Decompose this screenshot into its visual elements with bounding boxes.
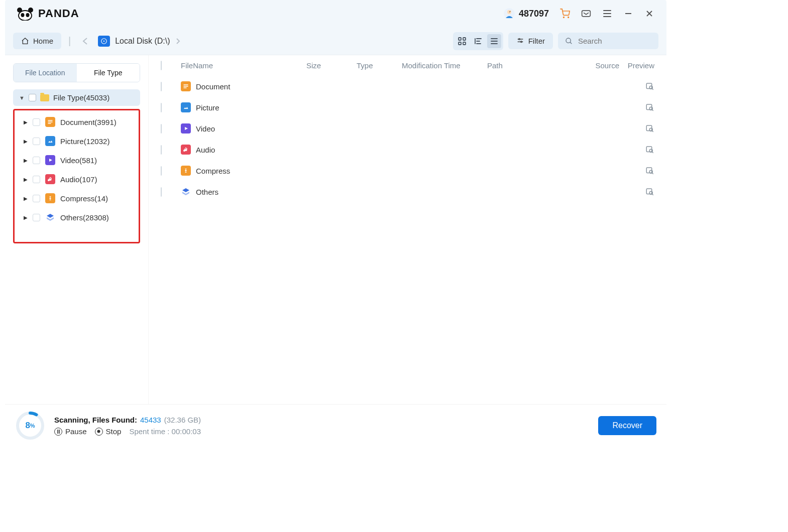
table-row[interactable]: Audio bbox=[149, 139, 666, 160]
svg-marker-50 bbox=[185, 127, 188, 130]
svg-line-59 bbox=[652, 173, 653, 174]
svg-line-34 bbox=[570, 42, 572, 44]
row-label: Video bbox=[196, 124, 215, 133]
found-size: (32.36 GB) bbox=[164, 416, 201, 424]
search-icon bbox=[565, 37, 573, 45]
checkbox[interactable] bbox=[29, 94, 36, 101]
chevron-right-icon: ▶ bbox=[24, 215, 28, 220]
table-row[interactable]: Compress bbox=[149, 160, 666, 181]
chevron-right-icon: ▶ bbox=[24, 158, 28, 163]
checkbox[interactable] bbox=[161, 166, 162, 176]
svg-line-64 bbox=[652, 194, 653, 195]
home-button[interactable]: Home bbox=[13, 33, 61, 49]
row-label: Audio bbox=[196, 146, 215, 154]
checkbox[interactable] bbox=[33, 214, 40, 221]
checkbox[interactable] bbox=[161, 145, 162, 155]
others-icon bbox=[45, 212, 55, 222]
col-type[interactable]: Type bbox=[357, 61, 402, 70]
user-chip[interactable]: 487097 bbox=[504, 8, 549, 19]
checkbox[interactable] bbox=[161, 82, 162, 91]
svg-rect-18 bbox=[459, 38, 461, 40]
audio-icon bbox=[181, 145, 191, 155]
minimize-icon[interactable] bbox=[623, 9, 633, 19]
menu-icon[interactable] bbox=[602, 9, 612, 19]
cart-icon[interactable] bbox=[560, 9, 570, 19]
col-mtime[interactable]: Modification Time bbox=[402, 61, 487, 70]
svg-point-4 bbox=[26, 13, 30, 17]
col-size[interactable]: Size bbox=[306, 61, 357, 70]
preview-icon[interactable] bbox=[645, 103, 654, 112]
table-row[interactable]: Picture bbox=[149, 97, 666, 118]
view-grid-button[interactable] bbox=[455, 34, 469, 48]
checkbox[interactable] bbox=[33, 138, 40, 145]
chevron-right-icon: ▶ bbox=[24, 139, 28, 144]
svg-marker-61 bbox=[182, 192, 189, 195]
preview-icon[interactable] bbox=[645, 145, 654, 154]
titlebar: PANDA 487097 bbox=[5, 0, 666, 27]
tree-item[interactable]: ▶Compress(14) bbox=[19, 189, 135, 208]
close-icon[interactable] bbox=[644, 9, 654, 19]
tree-item[interactable]: ▶Picture(12032) bbox=[19, 131, 135, 151]
stop-button[interactable]: Stop bbox=[95, 427, 122, 436]
view-detail-button[interactable] bbox=[471, 34, 485, 48]
filter-button[interactable]: Filter bbox=[508, 33, 553, 49]
preview-icon[interactable] bbox=[645, 124, 654, 133]
column-headers: FileName Size Type Modification Time Pat… bbox=[149, 55, 666, 76]
pause-icon bbox=[54, 428, 62, 436]
folder-icon bbox=[40, 94, 49, 101]
tree-item[interactable]: ▶Video(581) bbox=[19, 151, 135, 170]
table-row[interactable]: Others bbox=[149, 181, 666, 202]
checkbox[interactable] bbox=[33, 176, 40, 183]
table-row[interactable]: Document bbox=[149, 76, 666, 97]
checkbox[interactable] bbox=[33, 157, 40, 164]
search-field[interactable] bbox=[558, 33, 658, 49]
svg-line-46 bbox=[652, 89, 653, 90]
col-preview[interactable]: Preview bbox=[619, 61, 654, 70]
view-toggle bbox=[453, 32, 503, 50]
checkbox[interactable] bbox=[161, 187, 162, 197]
video-icon bbox=[45, 155, 55, 165]
tree-item[interactable]: ▶Others(28308) bbox=[19, 208, 135, 227]
tab-file-location[interactable]: File Location bbox=[14, 64, 77, 82]
tree-root[interactable]: ▼ File Type(45033) bbox=[13, 89, 140, 106]
table-row[interactable]: Video bbox=[149, 118, 666, 139]
svg-point-7 bbox=[564, 17, 565, 18]
svg-line-53 bbox=[652, 131, 653, 132]
progress-ring: 8% bbox=[15, 411, 45, 441]
scanning-label: Scanning, Files Found: bbox=[54, 416, 137, 424]
col-source[interactable]: Source bbox=[579, 61, 619, 70]
tab-file-type[interactable]: File Type bbox=[77, 64, 140, 82]
back-button[interactable] bbox=[78, 34, 93, 48]
checkbox[interactable] bbox=[161, 103, 162, 112]
row-label: Compress bbox=[196, 167, 230, 175]
recover-button[interactable]: Recover bbox=[598, 416, 656, 435]
tree-item[interactable]: ▶Document(3991) bbox=[19, 112, 135, 131]
select-all-checkbox[interactable] bbox=[161, 61, 162, 70]
statusbar: 8% Scanning, Files Found: 45433 (32.36 G… bbox=[5, 404, 666, 447]
svg-point-30 bbox=[518, 38, 520, 40]
col-filename[interactable]: FileName bbox=[181, 61, 306, 70]
preview-icon[interactable] bbox=[645, 166, 654, 175]
compress-icon bbox=[181, 166, 191, 176]
search-input[interactable] bbox=[578, 37, 651, 45]
picture-icon bbox=[181, 102, 191, 112]
others-icon bbox=[181, 187, 191, 197]
preview-icon[interactable] bbox=[645, 82, 654, 91]
breadcrumb: Local Disk (D:\) bbox=[98, 36, 180, 47]
svg-point-1 bbox=[17, 8, 22, 13]
svg-point-33 bbox=[566, 38, 571, 43]
checkbox[interactable] bbox=[161, 124, 162, 134]
checkbox[interactable] bbox=[33, 118, 40, 126]
mail-icon[interactable] bbox=[581, 9, 591, 19]
svg-line-49 bbox=[652, 110, 653, 111]
tree-item[interactable]: ▶Audio(107) bbox=[19, 170, 135, 189]
checkbox[interactable] bbox=[33, 195, 40, 202]
pause-button[interactable]: Pause bbox=[54, 427, 87, 436]
col-path[interactable]: Path bbox=[487, 61, 579, 70]
view-list-button[interactable] bbox=[487, 34, 501, 48]
app-name: PANDA bbox=[38, 7, 79, 20]
svg-rect-21 bbox=[463, 42, 466, 45]
toolbar: Home | Local Disk (D:\) bbox=[5, 27, 666, 55]
file-list: DocumentPictureVideoAudioCompressOthers bbox=[149, 76, 666, 202]
preview-icon[interactable] bbox=[645, 187, 654, 196]
